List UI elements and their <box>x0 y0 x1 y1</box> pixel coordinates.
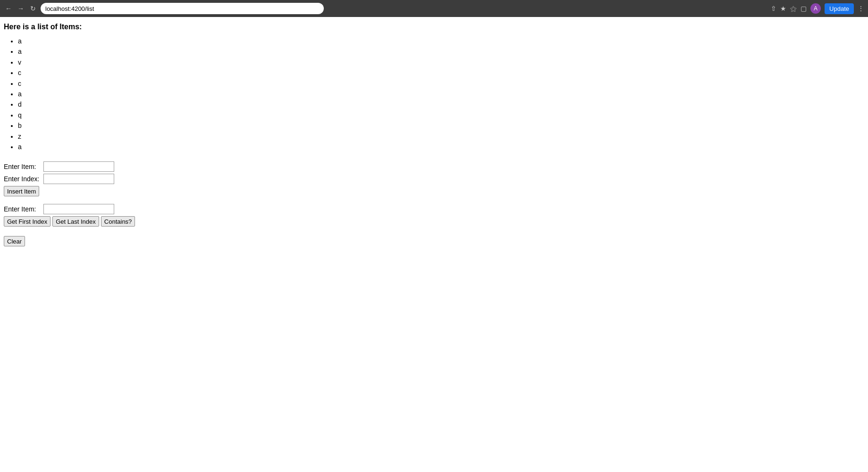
share-icon[interactable]: ⇧ <box>771 5 776 12</box>
insert-item-input[interactable] <box>43 161 114 172</box>
page-title: Here is a list of Items: <box>4 23 864 31</box>
index-input-row: Enter Index: <box>4 174 864 184</box>
search-button-row: Get First Index Get Last Index Contains? <box>4 216 864 227</box>
insert-item-button[interactable]: Insert Item <box>4 186 39 196</box>
list-item: a <box>18 36 864 46</box>
insert-button-row: Insert Item <box>4 186 864 196</box>
enter-item-label: Enter Item: <box>4 163 42 170</box>
list-item: d <box>18 99 864 110</box>
search-item-input[interactable] <box>43 204 114 214</box>
avatar[interactable]: A <box>810 3 821 14</box>
search-item-input-row: Enter Item: <box>4 204 864 214</box>
list-item: v <box>18 57 864 67</box>
list-item: z <box>18 131 864 142</box>
browser-chrome: ← → ↻ ⇧ ★ ⚝ ▢ A Update ⋮ <box>0 0 868 17</box>
address-bar[interactable] <box>41 3 324 14</box>
insert-index-input[interactable] <box>43 174 114 184</box>
profile-icon[interactable]: ▢ <box>801 5 807 12</box>
search-section: Enter Item: Get First Index Get Last Ind… <box>4 204 864 227</box>
contains-button[interactable]: Contains? <box>101 216 135 227</box>
list-item: a <box>18 46 864 57</box>
browser-right-icons: ⇧ ★ ⚝ ▢ A Update ⋮ <box>771 3 864 14</box>
list-item: a <box>18 142 864 152</box>
list-item: c <box>18 78 864 89</box>
list-item: b <box>18 120 864 131</box>
list-item: c <box>18 67 864 78</box>
clear-button[interactable]: Clear <box>4 236 25 246</box>
page-content: Here is a list of Items: aavccadqbza Ent… <box>0 17 868 252</box>
get-first-index-button[interactable]: Get First Index <box>4 216 51 227</box>
menu-icon[interactable]: ⋮ <box>858 5 864 12</box>
back-button[interactable]: ← <box>4 4 13 13</box>
clear-section: Clear <box>4 236 864 246</box>
extensions-icon[interactable]: ⚝ <box>790 5 797 13</box>
update-button[interactable]: Update <box>825 3 854 14</box>
enter-index-label: Enter Index: <box>4 175 42 183</box>
item-input-row: Enter Item: <box>4 161 864 172</box>
list-item: q <box>18 110 864 120</box>
items-list: aavccadqbza <box>4 36 864 152</box>
insert-section: Enter Item: Enter Index: Insert Item <box>4 161 864 196</box>
search-item-label: Enter Item: <box>4 205 42 213</box>
list-item: a <box>18 89 864 99</box>
forward-button[interactable]: → <box>16 4 25 13</box>
refresh-button[interactable]: ↻ <box>28 4 38 13</box>
get-last-index-button[interactable]: Get Last Index <box>52 216 99 227</box>
bookmark-icon[interactable]: ★ <box>780 5 786 12</box>
